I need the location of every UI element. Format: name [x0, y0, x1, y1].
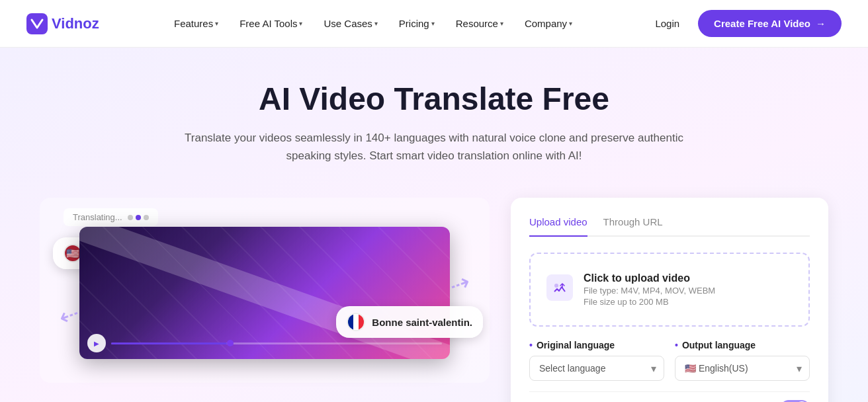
subtitles-row: Subtitles i: [529, 391, 810, 402]
original-language-group: Original language Select language Englis…: [529, 340, 664, 381]
video-preview: ▶: [79, 227, 450, 359]
fr-flag-icon: [347, 313, 365, 331]
svg-point-3: [554, 284, 558, 288]
nav-use-cases[interactable]: Use Cases ▾: [314, 13, 386, 34]
nav-links: Features ▾ Free AI Tools ▾ Use Cases ▾ P…: [165, 13, 582, 34]
create-free-video-button[interactable]: Create Free AI Video →: [698, 10, 842, 37]
nav-pricing[interactable]: Pricing ▾: [390, 13, 444, 34]
output-language-select[interactable]: 🇺🇸 English(US) 🇪🇸 Spanish 🇫🇷 French 🇩🇪 G…: [675, 356, 810, 381]
translating-indicator: Translating...: [64, 208, 158, 226]
upload-drop-zone[interactable]: Click to upload video File type: M4V, MP…: [529, 253, 810, 327]
logo-text: Vidnoz: [52, 15, 99, 32]
output-language-select-wrap: 🇺🇸 English(US) 🇪🇸 Spanish 🇫🇷 French 🇩🇪 G…: [675, 356, 810, 381]
language-selectors: Original language Select language Englis…: [529, 340, 810, 381]
original-language-select[interactable]: Select language English (US) Spanish Fre…: [529, 356, 664, 381]
main-content: Translating... 🇺🇸 Happy Valentine's Day.: [40, 198, 828, 402]
progress-bar: [111, 342, 442, 344]
tab-through-url[interactable]: Through URL: [603, 216, 663, 237]
panel-tabs: Upload video Through URL: [529, 216, 810, 237]
arrow-right-icon: →: [816, 18, 826, 29]
hero-title: AI Video Translate Free: [259, 81, 609, 117]
upload-video-icon: [546, 274, 573, 305]
chevron-down-icon: ▾: [569, 20, 572, 27]
hero-subtitle: Translate your videos seamlessly in 140+…: [176, 129, 692, 165]
chevron-down-icon: ▾: [431, 20, 435, 27]
chevron-down-icon: ▾: [215, 20, 218, 27]
dot-3: [144, 215, 149, 220]
nav-features[interactable]: Features ▾: [165, 13, 228, 34]
upload-text: Click to upload video File type: M4V, MP…: [584, 272, 715, 307]
login-button[interactable]: Login: [647, 13, 687, 34]
chevron-down-icon: ▾: [500, 20, 503, 27]
progress-fill: [111, 342, 227, 344]
chevron-down-icon: ▾: [374, 20, 378, 27]
nav-resource[interactable]: Resource ▾: [447, 13, 513, 34]
dot-2: [136, 215, 141, 220]
original-language-select-wrap: Select language English (US) Spanish Fre…: [529, 356, 664, 381]
upload-filetypes: File type: M4V, MP4, MOV, WEBM: [584, 286, 715, 296]
nav-actions: Login Create Free AI Video →: [647, 10, 842, 37]
svg-rect-2: [546, 274, 573, 301]
upload-panel: Upload video Through URL Click to upload…: [511, 198, 828, 402]
output-language-label: Output language: [675, 340, 810, 350]
output-language-group: Output language 🇺🇸 English(US) 🇪🇸 Spanis…: [675, 340, 810, 381]
nav-free-ai-tools[interactable]: Free AI Tools ▾: [230, 13, 312, 34]
loading-dots: [128, 215, 149, 220]
upload-title: Click to upload video: [584, 272, 715, 284]
tab-upload-video[interactable]: Upload video: [529, 216, 587, 237]
hero-section: AI Video Translate Free Translate your v…: [0, 48, 868, 402]
chevron-down-icon: ▾: [299, 20, 302, 27]
video-demo-panel: Translating... 🇺🇸 Happy Valentine's Day.: [40, 198, 490, 383]
navbar: Vidnoz Features ▾ Free AI Tools ▾ Use Ca…: [0, 0, 868, 48]
arrow-right-icon: ⇢: [446, 268, 474, 302]
original-language-label: Original language: [529, 340, 664, 350]
logo[interactable]: Vidnoz: [26, 13, 99, 34]
progress-indicator: [227, 340, 234, 346]
french-translation-bubble: Bonne saint-valentin.: [336, 306, 483, 338]
svg-rect-0: [26, 13, 48, 34]
upload-filesize: File size up to 200 MB: [584, 297, 715, 307]
nav-company[interactable]: Company ▾: [515, 13, 582, 34]
play-button[interactable]: ▶: [87, 334, 106, 352]
dot-1: [128, 215, 133, 220]
